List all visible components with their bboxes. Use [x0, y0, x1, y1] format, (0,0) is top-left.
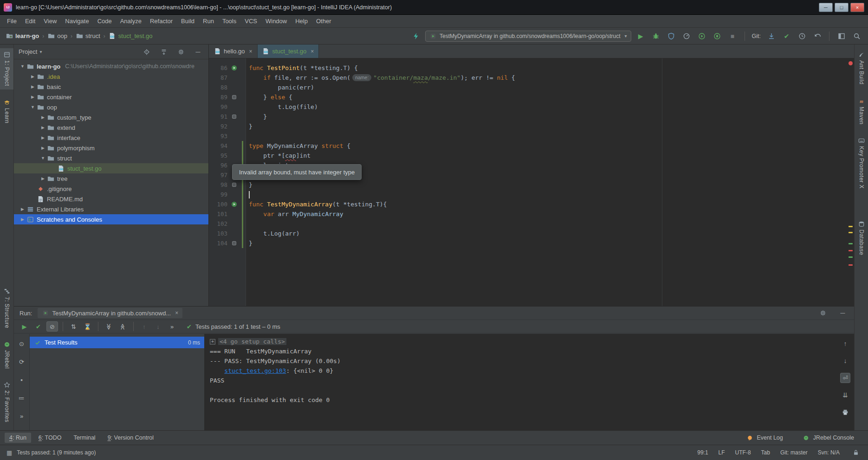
settings-button[interactable] — [175, 46, 187, 58]
status-widget-99-1[interactable]: 99:1 — [697, 449, 708, 456]
code-line[interactable]: 86func TestPoint(t *testing.T) { — [209, 63, 845, 73]
menu-tools[interactable]: Tools — [218, 15, 240, 27]
run-test-gutter-icon[interactable] — [229, 199, 239, 209]
code-line[interactable]: 101 var arr MyDynamicArray — [209, 209, 845, 219]
tree-expand-arrow[interactable]: ▶ — [39, 146, 47, 150]
rerun-anything-button[interactable] — [410, 31, 421, 42]
soft-wrap-button[interactable]: ⏎ — [840, 373, 850, 383]
tree-expand-arrow[interactable]: ▼ — [39, 156, 47, 160]
scroll-to-top-button[interactable]: ↑ — [840, 339, 850, 349]
editor[interactable]: 86func TestPoint(t *testing.T) {87 if fi… — [209, 58, 854, 306]
close-tab-icon[interactable]: × — [249, 48, 253, 55]
tree-item-basic[interactable]: ▶basic — [14, 82, 208, 92]
jrebel-debug-button[interactable] — [712, 31, 723, 42]
tool-stripe-7-structure[interactable]: 7: Structure — [0, 285, 13, 332]
menu-edit[interactable]: Edit — [21, 15, 39, 27]
code-line[interactable]: 88 panic(err) — [209, 83, 845, 92]
tool-window-button-terminal[interactable]: Terminal — [69, 433, 100, 443]
search-everywhere-button[interactable] — [851, 31, 862, 42]
tree-item-external-libraries[interactable]: ▶External Libraries — [14, 204, 208, 214]
status-widget-lf[interactable]: LF — [719, 449, 725, 456]
more-actions-button[interactable]: » — [166, 321, 178, 332]
tree-expand-arrow[interactable]: ▶ — [29, 95, 37, 99]
tool-window-button-4-run[interactable]: 4: Run — [5, 433, 31, 443]
menu-analyze[interactable]: Analyze — [116, 15, 146, 27]
tree-expand-arrow[interactable]: ▶ — [39, 125, 47, 130]
profiler-button[interactable] — [681, 31, 693, 42]
tree-item-oop[interactable]: ▼oop — [14, 102, 208, 112]
sort-alphabetically-button[interactable]: ⇅ — [68, 321, 79, 332]
rollback-button[interactable] — [811, 31, 823, 42]
menu-window[interactable]: Window — [261, 15, 291, 27]
tool-window-switcher-icon[interactable]: ▦ — [6, 449, 12, 456]
tree-item-struct[interactable]: ▼struct — [14, 153, 208, 163]
code-line[interactable]: 103 t.Log(arr) — [209, 229, 845, 238]
tool-stripe-database[interactable]: Database — [855, 217, 868, 258]
tool-stripe-jrebel[interactable]: JRebel — [0, 338, 13, 372]
close-tab-icon[interactable]: × — [311, 48, 314, 55]
tool-stripe-key-promoter-x[interactable]: Key Promoter X — [855, 134, 868, 192]
console-fold-toggle[interactable]: + — [210, 339, 215, 345]
tree-item-idea[interactable]: ▶.idea — [14, 71, 208, 82]
expand-all-button[interactable]: ≫ — [103, 321, 115, 332]
breadcrumb-learn-go[interactable]: learn-go — [6, 32, 39, 40]
menu-run[interactable]: Run — [199, 15, 218, 27]
pin-tab-button[interactable]: ⊙ — [16, 339, 27, 349]
editor-tab-hello-go[interactable]: GOhello.go× — [209, 45, 258, 58]
tree-expand-arrow[interactable]: ▶ — [29, 74, 37, 79]
tree-item-readme-md[interactable]: README.md — [14, 194, 208, 204]
gutter-cell[interactable] — [229, 112, 239, 121]
maximize-button[interactable]: □ — [835, 3, 849, 12]
fold-marker-icon[interactable] — [232, 241, 236, 245]
fold-marker-icon[interactable] — [232, 95, 236, 99]
rerun-tests-button[interactable]: ▶ — [19, 321, 30, 332]
status-message[interactable]: Tests passed: 1 (9 minutes ago) — [17, 449, 96, 456]
rerun-button[interactable]: ⟳ — [16, 357, 27, 367]
error-stripe[interactable] — [848, 58, 854, 306]
code-line[interactable]: 93 — [209, 131, 845, 141]
menu-navigate[interactable]: Navigate — [61, 15, 93, 27]
collapse-all-button[interactable] — [158, 46, 169, 58]
commit-changes-button[interactable]: ✔ — [781, 31, 792, 42]
tool-stripe-ant-build[interactable]: Ant Build — [855, 48, 868, 88]
scroll-to-bottom-button[interactable]: ↓ — [840, 356, 850, 366]
status-widget-utf-8[interactable]: UTF-8 — [735, 449, 751, 456]
menu-help[interactable]: Help — [291, 15, 312, 27]
debug-button[interactable] — [650, 31, 662, 42]
lock-button[interactable] — [850, 447, 862, 458]
run-button[interactable]: ▶ — [635, 31, 647, 42]
project-panel-title[interactable]: Project — [19, 48, 37, 55]
tree-item-container[interactable]: ▶container — [14, 92, 208, 102]
show-history-button[interactable] — [796, 31, 808, 42]
tree-item-polymorphism[interactable]: ▶polymorphism — [14, 143, 208, 153]
close-button[interactable]: × — [850, 3, 864, 12]
fold-marker-icon[interactable] — [232, 183, 236, 187]
gutter-cell[interactable] — [229, 238, 239, 248]
stop-button[interactable]: ■ — [727, 31, 738, 42]
menu-vcs[interactable]: VCS — [240, 15, 261, 27]
previous-failed-test-button[interactable]: ↑ — [138, 321, 150, 332]
tree-expand-arrow[interactable]: ▼ — [19, 64, 26, 69]
breadcrumb-stuct-test-go[interactable]: GOstuct_test.go — [109, 32, 153, 40]
minimize-button[interactable]: ─ — [819, 3, 833, 12]
tool-stripe-learn[interactable]: Learn — [0, 96, 13, 127]
menu-other[interactable]: Other — [312, 15, 336, 27]
tree-expand-arrow[interactable]: ▶ — [39, 115, 47, 120]
code-line[interactable]: 104} — [209, 238, 845, 248]
tree-expand-arrow[interactable]: ▶ — [39, 176, 47, 181]
run-configuration-tab[interactable]: TestMyDynamicArray in github.com/snowd..… — [38, 308, 182, 318]
tool-stripe-maven[interactable]: mMaven — [855, 95, 868, 128]
tool-window-button-9-version-control[interactable]: 9: Version Control — [103, 433, 158, 443]
tree-expand-arrow[interactable]: ▼ — [29, 105, 37, 109]
tree-item-tree[interactable]: ▶tree — [14, 173, 208, 184]
code-line[interactable]: 90 t.Log(file) — [209, 102, 845, 112]
tree-expand-arrow[interactable]: ▶ — [29, 84, 37, 89]
menu-refactor[interactable]: Refactor — [146, 15, 177, 27]
code-line[interactable]: 91 } — [209, 112, 845, 121]
console-file-link[interactable]: stuct_test.go:103 — [224, 367, 286, 374]
run-console[interactable]: +<4 go setup calls>=== RUN TestMyDynamic… — [204, 334, 836, 430]
test-result-row[interactable]: Test Results0 ms — [30, 337, 204, 348]
tool-stripe-1-project[interactable]: 1: Project — [0, 48, 13, 89]
hide-panel-button[interactable]: ─ — [837, 307, 849, 319]
breadcrumb-oop[interactable]: oop — [47, 32, 67, 40]
